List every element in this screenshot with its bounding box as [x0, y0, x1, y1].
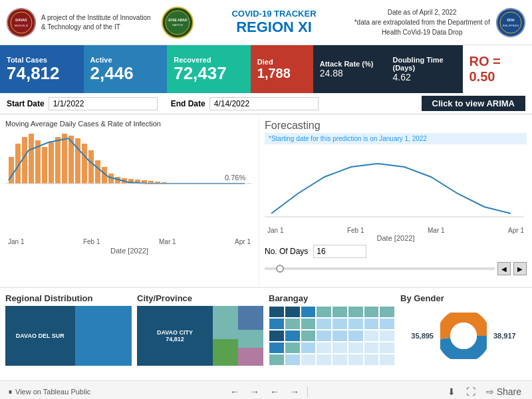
header: DAVAO REGION XI A project of the Institu…	[0, 0, 532, 45]
slider-forward-btn[interactable]: ▶	[513, 262, 527, 275]
city-cell-4	[238, 306, 263, 330]
svg-rect-19	[55, 137, 61, 184]
city-province-section: City/Province DAVAO CITY 74,812	[137, 293, 263, 375]
gender-section: By Gender 35,895 38,917	[400, 293, 527, 375]
city-cell-6	[238, 348, 263, 366]
female-count: 35,895	[411, 332, 434, 340]
slider-back-btn[interactable]: ◀	[497, 262, 511, 275]
attack-rate-label: Attack Rate (%)	[320, 60, 380, 68]
regional-cell-1: DAVAO DEL SUR	[5, 306, 75, 366]
tableau-label: View on Tableau Public	[15, 388, 90, 396]
main-content: Moving Average Daily Cases & Rate of Inf…	[0, 114, 532, 287]
tableau-icon: ∎	[8, 387, 13, 396]
recovered-value: 72,437	[174, 64, 244, 83]
died-value: 1,788	[257, 66, 307, 80]
doubling-time-label: Doubling Time (Days)	[392, 56, 456, 72]
slider-thumb[interactable]	[276, 265, 284, 273]
right-seal-logo: DOH PHILIPPINES	[496, 8, 525, 37]
days-slider[interactable]	[265, 267, 495, 270]
back-btn2[interactable]: ←	[267, 385, 282, 398]
forecast-title: Forecasting	[265, 120, 527, 132]
footer-nav: ← → ← →	[101, 385, 434, 398]
active-value: 2,446	[90, 64, 161, 83]
regional-distribution-section: Regional Distribution DAVAO DEL SUR	[5, 293, 132, 375]
left-chart-area: 0.76%	[5, 130, 253, 237]
recovered-label: Recovered	[174, 56, 244, 64]
total-cases-label: Total Cases	[7, 56, 77, 64]
svg-point-5	[166, 11, 190, 35]
regional-cell-2	[75, 306, 132, 366]
city-cell-5	[238, 330, 263, 348]
nodays-row: No. Of Days	[265, 242, 527, 261]
date-controls-row: Start Date End Date Click to view ARIMA	[0, 93, 532, 114]
start-date-label: Start Date	[7, 99, 45, 108]
start-date-input[interactable]	[49, 97, 158, 110]
nodays-label: No. Of Days	[265, 247, 308, 256]
recovered-box: Recovered 72,437	[167, 45, 251, 93]
city-cell-2	[213, 306, 238, 339]
svg-rect-23	[82, 144, 87, 184]
svg-text:DAVAO: DAVAO	[15, 18, 27, 22]
fullscreen-btn[interactable]: ⛶	[464, 385, 478, 398]
footer: ∎ View on Tableau Public ← → ← → ⬇ ⛶ ⇨ S…	[0, 380, 532, 399]
svg-rect-25	[95, 160, 100, 184]
svg-rect-24	[88, 150, 94, 184]
svg-rect-17	[42, 147, 47, 184]
attack-rate-value: 24.88	[320, 68, 380, 78]
city-cell-3	[213, 339, 238, 366]
download-btn[interactable]: ⬇	[445, 385, 458, 398]
svg-text:DOH: DOH	[507, 18, 515, 22]
died-label: Died	[257, 58, 307, 66]
svg-text:REGION XI: REGION XI	[15, 24, 29, 27]
left-chart-panel: Moving Average Daily Cases & Rate of Inf…	[0, 114, 259, 287]
svg-text:JOSE ABAD: JOSE ABAD	[168, 18, 187, 22]
left-seal-logo: DAVAO REGION XI	[7, 8, 36, 37]
tableau-link[interactable]: ∎ View on Tableau Public	[8, 387, 90, 396]
regional-title: Regional Distribution	[5, 293, 132, 303]
gender-chart: 35,895 38,917	[400, 306, 527, 366]
title-top: COVID-19 TRACKER	[200, 9, 348, 19]
city-title: City/Province	[137, 293, 263, 303]
active-label: Active	[90, 56, 161, 64]
share-btn[interactable]: ⇨ Share	[483, 385, 524, 398]
bottom-section: Regional Distribution DAVAO DEL SUR City…	[0, 287, 532, 380]
redo-btn[interactable]: →	[247, 385, 262, 398]
male-count: 38,917	[493, 332, 516, 340]
arima-button[interactable]: Click to view ARIMA	[422, 96, 525, 111]
svg-rect-20	[62, 134, 67, 184]
barangay-title: Barangay	[269, 293, 395, 303]
stats-row: Total Cases 74,812 Active 2,446 Recovere…	[0, 45, 532, 93]
svg-point-1	[11, 12, 32, 33]
total-cases-box: Total Cases 74,812	[0, 45, 84, 93]
header-date: Date as of April 2, 2022 *data are extra…	[348, 7, 496, 37]
died-box: Died 1,788	[251, 45, 313, 93]
regional-treemap: DAVAO DEL SUR	[5, 306, 132, 366]
title-bottom: REGION XI	[200, 19, 348, 36]
svg-point-52	[450, 323, 477, 349]
ro-box: RO = 0.50	[463, 45, 532, 93]
svg-text:0.76%: 0.76%	[225, 174, 245, 182]
forecast-subtitle: *Starting date for this prediction is on…	[265, 133, 527, 144]
forecast-x-title: Date [2022]	[265, 234, 527, 242]
svg-text:PHILIPPINES: PHILIPPINES	[503, 24, 519, 27]
svg-rect-15	[29, 134, 34, 184]
city-cell-1: DAVAO CITY 74,812	[137, 306, 213, 366]
svg-point-9	[500, 12, 521, 33]
left-chart-bottom-label: Date [2022]	[5, 247, 253, 255]
barangay-section: Barangay	[269, 293, 395, 375]
forward-btn2[interactable]: →	[287, 385, 302, 398]
org-text: A project of the Institute of Innovation…	[41, 13, 155, 32]
nodays-input[interactable]	[313, 245, 366, 258]
center-seal-logo: JOSE ABAD SANTOS	[162, 7, 194, 39]
ro-value: RO = 0.50	[469, 54, 525, 84]
undo-btn[interactable]: ←	[227, 385, 242, 398]
share-icon: ⇨	[486, 386, 494, 397]
header-left: DAVAO REGION XI A project of the Institu…	[7, 8, 155, 37]
right-forecast-panel: Forecasting *Starting date for this pred…	[259, 114, 532, 287]
forecast-x-labels: Jan 1 Feb 1 Mar 1 Apr 1	[265, 227, 527, 234]
doubling-time-box: Doubling Time (Days) 4.62	[386, 45, 462, 93]
end-date-input[interactable]	[209, 97, 319, 110]
left-chart-title: Moving Average Daily Cases & Rate of Inf…	[5, 120, 253, 128]
gender-title: By Gender	[400, 293, 527, 303]
slider-row: ◀ ▶	[265, 261, 527, 277]
